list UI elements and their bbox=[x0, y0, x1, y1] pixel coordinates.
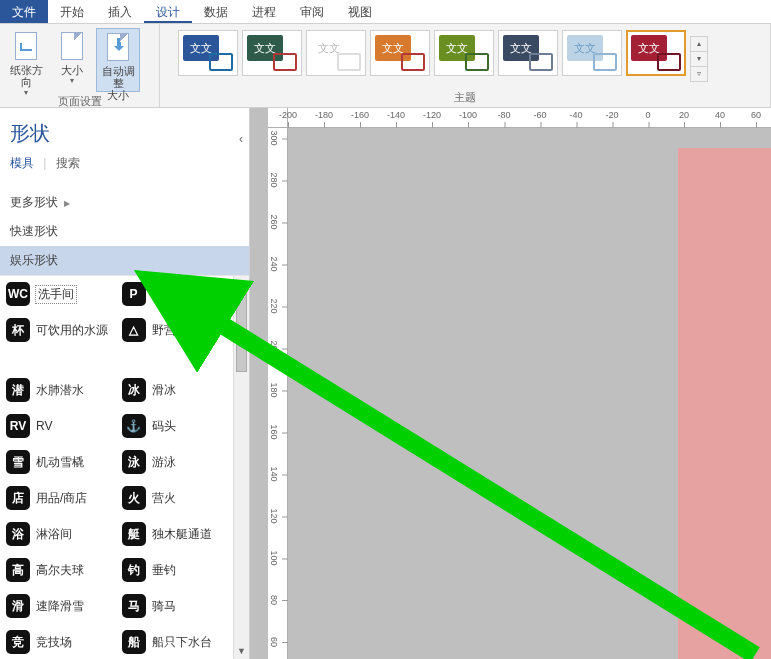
ruler-tick: -20 bbox=[605, 110, 618, 120]
shape-item[interactable]: P停车 bbox=[122, 282, 234, 306]
shape-item[interactable]: 冰滑冰 bbox=[122, 378, 234, 402]
ruler-tick: -200 bbox=[279, 110, 297, 120]
shape-label: 船只下水台 bbox=[152, 634, 212, 651]
shape-scrollbar[interactable]: ▲ ▼ bbox=[233, 276, 249, 659]
shape-item[interactable]: 钓垂钓 bbox=[122, 558, 234, 582]
shape-item[interactable]: 马骑马 bbox=[122, 594, 234, 618]
shape-icon: 杯 bbox=[6, 318, 30, 342]
shape-item[interactable]: RVRV bbox=[6, 414, 118, 438]
tab-insert[interactable]: 插入 bbox=[96, 0, 144, 23]
shape-item[interactable]: 店用品/商店 bbox=[6, 486, 118, 510]
theme-swatch-0[interactable]: 文文 bbox=[178, 30, 238, 76]
ruler-vertical[interactable]: 3002802602402202001801601401201008060 bbox=[268, 128, 288, 659]
shape-item[interactable]: 杯可饮用的水源 bbox=[6, 318, 118, 342]
shape-label: 游泳 bbox=[152, 454, 176, 471]
ruler-tick: 40 bbox=[715, 110, 725, 120]
size-label: 大小 bbox=[61, 64, 83, 76]
shape-icon: 船 bbox=[122, 630, 146, 654]
autosize-button[interactable]: 自动调整大小 bbox=[96, 28, 140, 92]
tab-bar: 文件 开始 插入 设计 数据 进程 审阅 视图 bbox=[0, 0, 771, 24]
themes-more-button[interactable]: ▴▾▿ bbox=[690, 36, 708, 82]
ruler-tick: -140 bbox=[387, 110, 405, 120]
shape-icon: 潜 bbox=[6, 378, 30, 402]
shape-item[interactable]: 船船只下水台 bbox=[122, 630, 234, 654]
ruler-tick: 280 bbox=[269, 172, 279, 187]
tab-review[interactable]: 审阅 bbox=[288, 0, 336, 23]
stencils-link[interactable]: 模具 bbox=[10, 156, 34, 170]
quick-shapes-section[interactable]: 快速形状 bbox=[0, 217, 249, 246]
shape-icon: 艇 bbox=[122, 522, 146, 546]
shape-icon: ⚓ bbox=[122, 414, 146, 438]
shape-item[interactable]: 滑速降滑雪 bbox=[6, 594, 118, 618]
ruler-horizontal[interactable]: -200-180-160-140-120-100-80-60-40-200204… bbox=[288, 108, 771, 128]
theme-swatch-2[interactable]: 文文 bbox=[306, 30, 366, 76]
ruler-tick: 120 bbox=[269, 508, 279, 523]
ruler-tick: 180 bbox=[269, 382, 279, 397]
theme-swatch-7[interactable]: 文文 bbox=[626, 30, 686, 76]
shape-icon: 店 bbox=[6, 486, 30, 510]
shape-icon: 滑 bbox=[6, 594, 30, 618]
tab-home[interactable]: 开始 bbox=[48, 0, 96, 23]
ruler-tick: 60 bbox=[751, 110, 761, 120]
shape-item[interactable]: △野营 bbox=[122, 318, 234, 342]
tab-file[interactable]: 文件 bbox=[0, 0, 48, 23]
ruler-tick: -160 bbox=[351, 110, 369, 120]
panel-collapse-icon[interactable]: ‹ bbox=[239, 132, 243, 146]
search-link[interactable]: 搜索 bbox=[56, 156, 80, 170]
shape-label: 可饮用的水源 bbox=[36, 322, 108, 339]
shape-label: 垂钓 bbox=[152, 562, 176, 579]
shape-item[interactable]: 高高尔夫球 bbox=[6, 558, 118, 582]
shape-label: 营火 bbox=[152, 490, 176, 507]
shape-icon: 马 bbox=[122, 594, 146, 618]
ruler-tick: 200 bbox=[269, 340, 279, 355]
ruler-tick: 160 bbox=[269, 424, 279, 439]
ribbon: 纸张方向 ▾ 大小 ▾ 自动调整大小 页面设置 文文文文文文文文文文文文文文文文… bbox=[0, 24, 771, 108]
shape-icon: △ bbox=[122, 318, 146, 342]
shape-label: 骑马 bbox=[152, 598, 176, 615]
tab-data[interactable]: 数据 bbox=[192, 0, 240, 23]
shape-item[interactable]: 火营火 bbox=[122, 486, 234, 510]
theme-swatch-6[interactable]: 文文 bbox=[562, 30, 622, 76]
theme-group-label: 主题 bbox=[160, 88, 770, 107]
shape-item[interactable]: 浴淋浴间 bbox=[6, 522, 118, 546]
shape-label: 独木艇通道 bbox=[152, 526, 212, 543]
scroll-thumb[interactable] bbox=[236, 292, 247, 372]
ruler-tick: -120 bbox=[423, 110, 441, 120]
theme-swatch-1[interactable]: 文文 bbox=[242, 30, 302, 76]
shape-item[interactable]: 雪机动雪橇 bbox=[6, 450, 118, 474]
shape-label: 水肺潜水 bbox=[36, 382, 84, 399]
tab-view[interactable]: 视图 bbox=[336, 0, 384, 23]
tab-process[interactable]: 进程 bbox=[240, 0, 288, 23]
shape-label: 高尔夫球 bbox=[36, 562, 84, 579]
theme-swatch-4[interactable]: 文文 bbox=[434, 30, 494, 76]
shape-item[interactable]: 艇独木艇通道 bbox=[122, 522, 234, 546]
scroll-down-icon[interactable]: ▼ bbox=[234, 643, 249, 659]
more-shapes-section[interactable]: 更多形状 bbox=[0, 188, 249, 217]
shape-item[interactable]: 竞竞技场 bbox=[6, 630, 118, 654]
entertainment-shapes-section[interactable]: 娱乐形状 bbox=[0, 246, 249, 275]
shape-item[interactable]: 泳游泳 bbox=[122, 450, 234, 474]
theme-swatch-5[interactable]: 文文 bbox=[498, 30, 558, 76]
shape-label: 竞技场 bbox=[36, 634, 72, 651]
shape-icon: 钓 bbox=[122, 558, 146, 582]
drawing-page[interactable] bbox=[678, 148, 771, 659]
canvas[interactable] bbox=[288, 128, 771, 659]
size-button[interactable]: 大小 ▾ bbox=[50, 28, 94, 92]
shape-label: 机动雪橇 bbox=[36, 454, 84, 471]
shape-item[interactable]: ⚓码头 bbox=[122, 414, 234, 438]
shape-label: 停车 bbox=[152, 286, 176, 303]
shape-icon: 竞 bbox=[6, 630, 30, 654]
shape-icon: 高 bbox=[6, 558, 30, 582]
tab-design[interactable]: 设计 bbox=[144, 0, 192, 23]
shape-icon: RV bbox=[6, 414, 30, 438]
shape-label: RV bbox=[36, 419, 52, 433]
shape-item[interactable]: WC洗手间 bbox=[6, 282, 118, 306]
ruler-tick: 80 bbox=[269, 595, 279, 605]
shape-item[interactable]: 潜水肺潜水 bbox=[6, 378, 118, 402]
shape-icon: 雪 bbox=[6, 450, 30, 474]
shape-icon: 冰 bbox=[122, 378, 146, 402]
scroll-up-icon[interactable]: ▲ bbox=[234, 276, 249, 292]
theme-swatch-3[interactable]: 文文 bbox=[370, 30, 430, 76]
orientation-button[interactable]: 纸张方向 ▾ bbox=[4, 28, 48, 92]
shape-label: 用品/商店 bbox=[36, 490, 87, 507]
